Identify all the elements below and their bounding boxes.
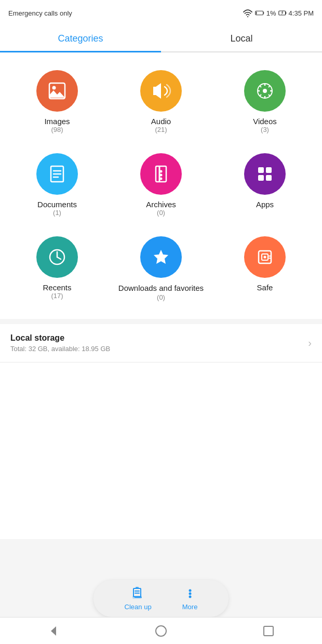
archives-icon-bg: [140, 153, 182, 195]
archives-count: (0): [157, 209, 165, 217]
back-nav-button[interactable]: [43, 620, 64, 642]
status-right: 1% 4:35 PM: [243, 9, 314, 17]
category-downloads[interactable]: Downloads and favorites (0): [109, 229, 213, 308]
tabs-container: Categories Local: [0, 25, 322, 52]
images-icon-bg: [36, 70, 78, 112]
svg-point-37: [264, 256, 266, 259]
status-bar: Emergency calls only 1% 4:35 PM: [0, 0, 322, 25]
safe-label: Safe: [257, 283, 273, 292]
recents-label: Recents: [43, 283, 71, 292]
images-count: (98): [51, 126, 63, 133]
category-images[interactable]: Images (98): [5, 63, 109, 141]
svg-rect-2: [263, 12, 264, 14]
archives-icon: [151, 164, 171, 184]
storage-chevron-icon: ›: [308, 337, 312, 349]
time-display: 4:35 PM: [289, 9, 314, 17]
downloads-icon: [151, 247, 171, 267]
content-filler: [0, 363, 322, 539]
svg-point-45: [189, 593, 191, 595]
category-audio[interactable]: Audio (21): [109, 63, 213, 141]
svg-rect-41: [135, 591, 140, 592]
cleanup-icon: [131, 586, 145, 601]
images-icon: [47, 81, 68, 101]
apps-icon: [254, 164, 275, 184]
category-documents[interactable]: Documents (1): [5, 146, 109, 224]
category-safe[interactable]: Safe: [213, 229, 317, 308]
category-videos[interactable]: Videos (3): [213, 63, 317, 141]
charging-icon: [278, 9, 287, 17]
more-icon: [183, 586, 197, 601]
apps-label: Apps: [256, 200, 274, 209]
more-label: More: [182, 603, 198, 611]
home-icon: [154, 624, 168, 638]
storage-subtitle: Total: 32 GB, available: 18.95 GB: [10, 345, 110, 353]
downloads-count: (0): [157, 293, 165, 301]
videos-icon: [254, 81, 275, 101]
svg-point-9: [263, 89, 267, 93]
svg-rect-27: [258, 167, 264, 173]
videos-label: Videos: [253, 117, 277, 126]
status-emergency: Emergency calls only: [8, 9, 72, 17]
svg-rect-5: [285, 12, 286, 15]
safe-icon-bg: [244, 236, 286, 278]
tab-local[interactable]: Local: [161, 25, 322, 51]
category-archives[interactable]: Archives (0): [109, 146, 213, 224]
storage-info: Local storage Total: 32 GB, available: 1…: [10, 333, 110, 353]
svg-line-14: [260, 86, 261, 87]
svg-rect-3: [256, 11, 257, 14]
svg-point-24: [160, 170, 163, 173]
documents-icon-bg: [36, 153, 78, 195]
svg-point-0: [247, 16, 249, 17]
svg-rect-28: [266, 167, 272, 173]
tab-categories[interactable]: Categories: [0, 25, 161, 51]
recents-icon-bg: [36, 236, 78, 278]
svg-rect-42: [135, 593, 140, 594]
storage-title: Local storage: [10, 333, 110, 343]
archives-label: Archives: [146, 200, 176, 209]
videos-icon-bg: [244, 70, 286, 112]
recents-icon: [47, 247, 68, 267]
svg-rect-49: [264, 626, 273, 636]
svg-rect-29: [258, 175, 264, 181]
recent-nav-button[interactable]: [258, 620, 279, 642]
wifi-icon: [243, 9, 253, 17]
svg-point-7: [52, 86, 56, 90]
battery-percent: 1%: [266, 9, 276, 17]
svg-line-16: [269, 86, 270, 87]
documents-label: Documents: [37, 200, 77, 209]
svg-point-44: [189, 589, 191, 592]
svg-rect-30: [266, 175, 272, 181]
bottom-toolbar: Clean up More: [93, 580, 229, 617]
category-recents[interactable]: Recents (17): [5, 229, 109, 308]
safe-icon: [254, 247, 275, 267]
audio-label: Audio: [151, 117, 171, 126]
svg-point-25: [160, 174, 163, 177]
svg-line-15: [269, 95, 270, 96]
audio-icon-bg: [140, 70, 182, 112]
svg-marker-47: [51, 626, 56, 636]
more-button[interactable]: More: [182, 586, 198, 611]
home-nav-button[interactable]: [150, 620, 172, 642]
apps-icon-bg: [244, 153, 286, 195]
back-icon: [47, 624, 60, 638]
svg-point-26: [160, 178, 163, 180]
category-apps[interactable]: Apps: [213, 146, 317, 224]
svg-point-48: [156, 626, 166, 636]
audio-icon: [151, 81, 171, 101]
svg-line-33: [57, 257, 61, 259]
svg-marker-34: [154, 250, 168, 264]
cleanup-label: Clean up: [125, 603, 152, 611]
audio-count: (21): [155, 126, 167, 133]
videos-count: (3): [261, 126, 269, 133]
navigation-bar: [0, 617, 322, 644]
images-label: Images: [44, 117, 70, 126]
battery-icon: [255, 9, 264, 17]
recents-count: (17): [51, 292, 63, 300]
categories-section: Images (98) Audio (21): [0, 52, 322, 319]
documents-icon: [47, 164, 68, 184]
cleanup-button[interactable]: Clean up: [125, 586, 152, 611]
categories-grid: Images (98) Audio (21): [5, 63, 317, 308]
local-storage-item[interactable]: Local storage Total: 32 GB, available: 1…: [0, 324, 322, 363]
downloads-label: Downloads and favorites: [118, 283, 204, 293]
svg-rect-4: [278, 11, 285, 15]
